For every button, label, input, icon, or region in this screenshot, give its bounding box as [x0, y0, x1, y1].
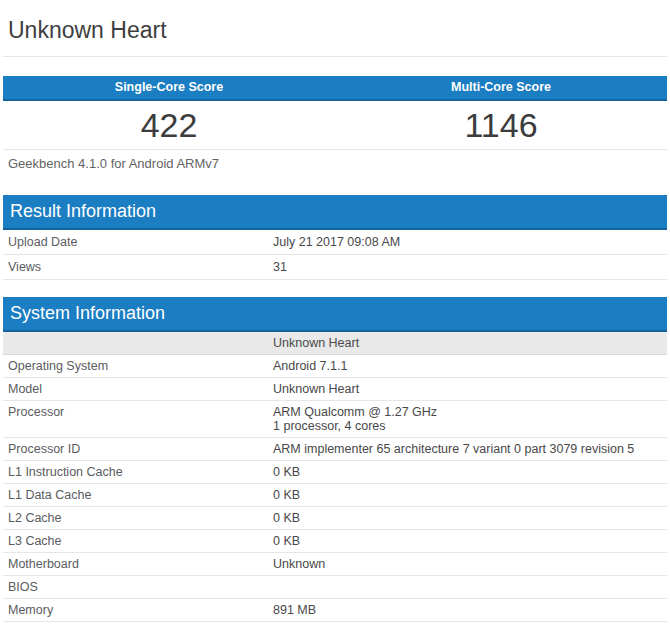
row-value: 0 KB	[273, 461, 667, 483]
table-row: Processor ARM Qualcomm @ 1.27 GHz 1 proc…	[3, 401, 667, 438]
table-row: Views 31	[3, 255, 667, 280]
row-label: BIOS	[3, 576, 273, 598]
row-value: ARM Qualcomm @ 1.27 GHz 1 processor, 4 c…	[273, 401, 667, 437]
score-banner: Single-Core Score Multi-Core Score	[3, 76, 667, 101]
table-row: Processor ID ARM implementer 65 architec…	[3, 438, 667, 461]
row-label: Operating System	[3, 355, 273, 377]
row-label: Processor	[3, 401, 273, 437]
table-row: L3 Cache 0 KB	[3, 530, 667, 553]
row-label: Upload Date	[3, 230, 273, 254]
score-values: 422 1146	[3, 101, 667, 149]
device-name-row: Unknown Heart	[3, 332, 667, 355]
result-information-table: Upload Date July 21 2017 09:08 AM Views …	[3, 230, 667, 280]
result-information-section: Result Information Upload Date July 21 2…	[3, 195, 667, 280]
title-divider	[3, 56, 667, 57]
row-value: Android 7.1.1	[273, 355, 667, 377]
row-value: 0 KB	[273, 507, 667, 529]
row-label: L2 Cache	[3, 507, 273, 529]
system-information-table: Unknown Heart Operating System Android 7…	[3, 332, 667, 622]
table-row: BIOS	[3, 576, 667, 599]
row-value: ARM implementer 65 architecture 7 varian…	[273, 438, 667, 460]
table-row: Motherboard Unknown	[3, 553, 667, 576]
benchmark-version-caption: Geekbench 4.1.0 for Android ARMv7	[3, 150, 667, 171]
row-value: 0 KB	[273, 530, 667, 552]
table-row: Memory 891 MB	[3, 599, 667, 622]
multi-core-score-header: Multi-Core Score	[335, 76, 667, 99]
device-name-value: Unknown Heart	[273, 332, 667, 354]
result-information-header: Result Information	[3, 195, 667, 230]
table-row: Operating System Android 7.1.1	[3, 355, 667, 378]
row-label: Views	[3, 255, 273, 279]
table-row: L1 Instruction Cache 0 KB	[3, 461, 667, 484]
table-row: L2 Cache 0 KB	[3, 507, 667, 530]
table-row: Model Unknown Heart	[3, 378, 667, 401]
row-label: Memory	[3, 599, 273, 621]
row-value: 31	[273, 255, 667, 279]
row-value: 0 KB	[273, 484, 667, 506]
table-row: Upload Date July 21 2017 09:08 AM	[3, 230, 667, 255]
row-label: Processor ID	[3, 438, 273, 460]
system-information-section: System Information Unknown Heart Operati…	[3, 297, 667, 622]
row-label: Motherboard	[3, 553, 273, 575]
row-value: July 21 2017 09:08 AM	[273, 230, 667, 254]
multi-core-score-value: 1146	[335, 101, 667, 149]
row-label	[3, 332, 273, 354]
row-label: Model	[3, 378, 273, 400]
single-core-score-header: Single-Core Score	[3, 76, 335, 99]
row-label: L3 Cache	[3, 530, 273, 552]
row-label: L1 Instruction Cache	[3, 461, 273, 483]
row-value	[273, 576, 667, 598]
single-core-score-value: 422	[3, 101, 335, 149]
system-information-header: System Information	[3, 297, 667, 332]
row-value: 891 MB	[273, 599, 667, 621]
table-row: L1 Data Cache 0 KB	[3, 484, 667, 507]
row-value: Unknown Heart	[273, 378, 667, 400]
page-title: Unknown Heart	[3, 0, 667, 56]
row-value: Unknown	[273, 553, 667, 575]
row-label: L1 Data Cache	[3, 484, 273, 506]
result-page: Unknown Heart Single-Core Score Multi-Co…	[3, 0, 667, 622]
